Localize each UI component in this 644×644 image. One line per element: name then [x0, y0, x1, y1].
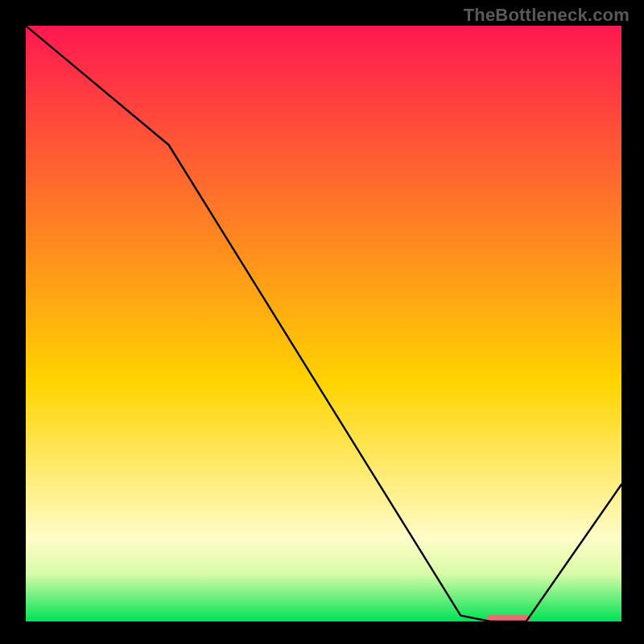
gradient-background	[26, 26, 621, 621]
watermark-text: TheBottleneck.com	[464, 5, 630, 26]
chart-frame: TheBottleneck.com	[0, 0, 644, 644]
bottleneck-chart	[26, 26, 621, 621]
